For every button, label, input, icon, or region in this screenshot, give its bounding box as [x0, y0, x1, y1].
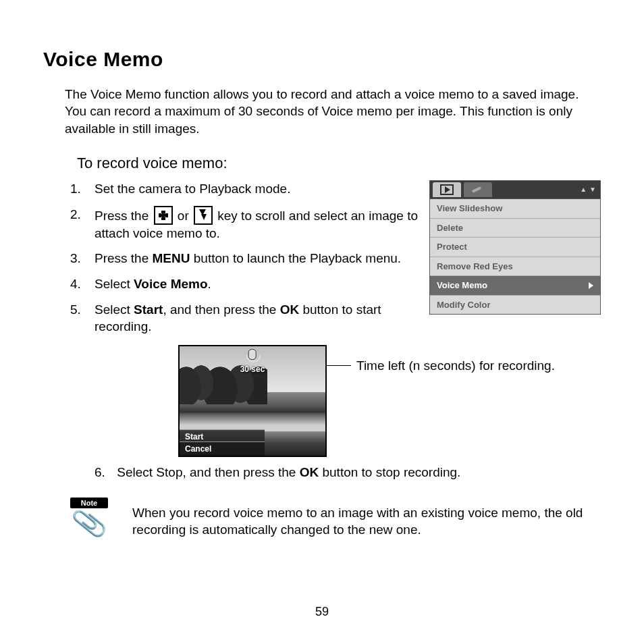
playback-tab-icon [433, 182, 461, 197]
step-6-ok: OK [300, 465, 319, 479]
step-2-text-b: or [174, 209, 192, 223]
step-5-ok: OK [280, 302, 300, 317]
menu-item-voice-memo-selected: Voice Memo [430, 275, 600, 295]
step-4-text-c: . [208, 277, 211, 291]
step-6-text-a: Select Stop, and then press the [117, 465, 299, 479]
procedure-heading: To record voice memo: [77, 153, 601, 173]
step-5-text-a: Select [95, 302, 134, 317]
note-badge: Note 📎 [70, 498, 108, 537]
menu-item-modify-color: Modify Color [430, 295, 600, 315]
step-6: 6. Select Stop, and then press the OK bu… [95, 464, 601, 481]
step-3: Press the MENU button to launch the Play… [70, 246, 423, 271]
macro-key-icon [154, 206, 173, 225]
submenu-arrow-icon [589, 282, 593, 289]
scroll-indicator-icon: ▲▼ [580, 185, 596, 194]
note-text: When you record voice memo to an image w… [132, 498, 601, 539]
paperclip-icon: 📎 [70, 507, 108, 539]
step-4: Select Voice Memo. [70, 271, 423, 297]
mic-time-overlay: 30 sec [240, 349, 265, 375]
step-5: Select Start, and then press the OK butt… [70, 297, 423, 340]
step-6-text-c: button to stop recording. [319, 465, 460, 479]
menu-item-view-slideshow: View Slideshow [430, 199, 600, 218]
microphone-icon [248, 349, 257, 360]
playback-menu-mock: ▲▼ View Slideshow Delete Protect Remove … [429, 180, 601, 315]
page-number: 59 [0, 603, 644, 620]
intro-paragraph: The Voice Memo function allows you to re… [65, 86, 601, 138]
setup-tab-icon [464, 182, 492, 197]
step-1: Set the camera to Playback mode. [70, 176, 423, 202]
step-4-item: Voice Memo [134, 277, 207, 291]
time-left-callout: Time left (n seconds) for recording. [356, 357, 555, 375]
step-3-text-c: button to launch the Playback menu. [190, 251, 402, 265]
menu-tab-bar: ▲▼ [430, 181, 600, 199]
step-2: Press the or key to scroll and select an… [70, 202, 423, 246]
step-2-text-a: Press the [95, 209, 153, 223]
menu-item-remove-red-eyes: Remove Red Eyes [430, 257, 600, 276]
step-4-text-a: Select [95, 277, 134, 291]
recording-preview-image: 30 sec Start Cancel [178, 345, 327, 457]
time-left-label: 30 sec [240, 365, 265, 374]
flash-key-icon [194, 206, 213, 225]
step-5-start: Start [134, 302, 163, 317]
menu-item-delete: Delete [430, 218, 600, 238]
callout-leader-line [327, 365, 351, 366]
menu-item-protect: Protect [430, 237, 600, 257]
step-5-text-c: , and then press the [163, 302, 279, 317]
step-3-text-a: Press the [95, 251, 153, 265]
page-title: Voice Memo [43, 46, 601, 74]
step-3-menu: MENU [153, 251, 190, 265]
preview-option-cancel: Cancel [180, 441, 265, 456]
